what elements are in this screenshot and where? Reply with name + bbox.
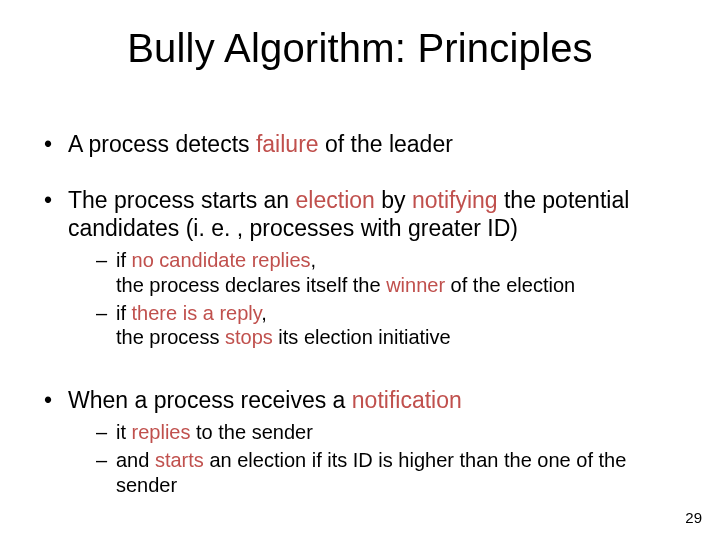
highlight: winner [386, 274, 445, 296]
text: A process detects [68, 131, 256, 157]
text: , [311, 249, 317, 271]
text: to the sender [190, 421, 312, 443]
bullet-list: A process detects failure of the leader … [42, 130, 678, 497]
bullet-1: A process detects failure of the leader [42, 130, 678, 158]
sub-bullet-3-2: and starts an election if its ID is high… [96, 448, 678, 497]
highlight: election [296, 187, 375, 213]
slide-title: Bully Algorithm: Principles [0, 26, 720, 71]
highlight: stops [225, 326, 273, 348]
text: its election initiative [273, 326, 451, 348]
highlight: starts [155, 449, 204, 471]
sub-bullet-3-1: it replies to the sender [96, 420, 678, 444]
text: by [375, 187, 412, 213]
bullet-2: The process starts an election by notify… [42, 186, 678, 350]
text: When a process receives a [68, 387, 352, 413]
text: The process starts an [68, 187, 296, 213]
highlight: notifying [412, 187, 498, 213]
page-number: 29 [685, 509, 702, 526]
text: the process [116, 326, 225, 348]
slide: Bully Algorithm: Principles A process de… [0, 0, 720, 540]
text: the process declares itself the [116, 274, 386, 296]
highlight: no candidate replies [132, 249, 311, 271]
text: it [116, 421, 132, 443]
text: if [116, 302, 132, 324]
sub-bullet-list: if no candidate replies, the process dec… [68, 248, 678, 350]
text: of the leader [319, 131, 453, 157]
sub-bullet-2-2: if there is a reply, the process stops i… [96, 301, 678, 350]
slide-body: A process detects failure of the leader … [42, 130, 678, 525]
text: of the election [445, 274, 575, 296]
sub-bullet-2-1: if no candidate replies, the process dec… [96, 248, 678, 297]
text: and [116, 449, 155, 471]
highlight: there is a reply [132, 302, 262, 324]
text: if [116, 249, 132, 271]
highlight: notification [352, 387, 462, 413]
highlight: replies [132, 421, 191, 443]
sub-bullet-list: it replies to the sender and starts an e… [68, 420, 678, 497]
bullet-3: When a process receives a notification i… [42, 386, 678, 497]
highlight: failure [256, 131, 319, 157]
text: , [261, 302, 267, 324]
